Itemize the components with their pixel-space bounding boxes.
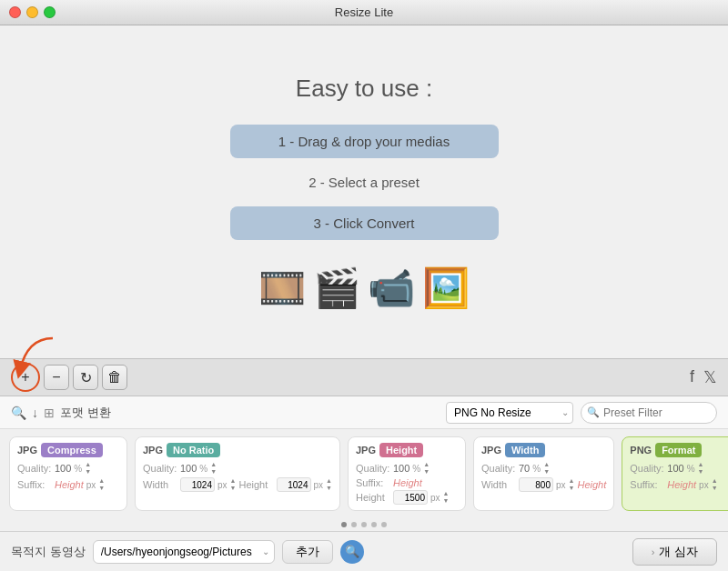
- step1-button[interactable]: 1 - Drag & drop your medias: [230, 125, 499, 158]
- quality-value: 100: [55, 463, 71, 474]
- dots-indicator: [0, 518, 728, 531]
- quality-unit: %: [74, 464, 82, 474]
- suffix-stepper[interactable]: ▲▼: [712, 477, 718, 492]
- height-unit: px: [314, 480, 324, 490]
- preset-card-jpg-noratio[interactable]: JPG No Ratio Quality: 100 % ▲▼ Width px …: [135, 436, 340, 511]
- type-badge: No Ratio: [167, 443, 220, 457]
- dot-4[interactable]: [371, 522, 377, 527]
- preset-dropdown-wrap: PNG No Resize JPG Compress JPG No Ratio …: [446, 402, 573, 424]
- maximize-button[interactable]: [44, 6, 56, 18]
- preset-search-wrap: 🔍: [581, 402, 717, 424]
- type-badge: Width: [505, 443, 545, 457]
- format-label: JPG: [481, 445, 501, 456]
- width-stepper[interactable]: ▲▼: [569, 477, 575, 492]
- quality-field: Quality: 70 % ▲▼: [481, 461, 606, 476]
- mov-icon: 🎬: [313, 265, 360, 310]
- dimension-field: Width px ▲▼ Height px ▲▼: [143, 477, 332, 492]
- quality-label: Quality:: [481, 463, 516, 474]
- preset-card-jpg-width[interactable]: JPG Width Quality: 70 % ▲▼ Width px ▲▼ H…: [473, 436, 614, 511]
- convert-button[interactable]: › 개 심자: [632, 538, 717, 566]
- quality-value: 100: [180, 463, 197, 474]
- convert-section: › 개 심자: [632, 538, 717, 566]
- preset-format-label: 포맷 변환: [60, 405, 111, 421]
- grid-icon: ⊞: [44, 406, 55, 420]
- close-button[interactable]: [9, 6, 21, 18]
- add-button[interactable]: +: [11, 363, 40, 392]
- download-icon: ↓: [32, 406, 38, 420]
- height-stepper[interactable]: ▲▼: [443, 490, 450, 505]
- refresh-button[interactable]: ↻: [73, 365, 98, 390]
- height-stepper[interactable]: ▲▼: [326, 477, 332, 492]
- main-content: Easy to use : 1 - Drag & drop your media…: [0, 25, 728, 571]
- quality-label: Quality:: [17, 463, 52, 474]
- trash-button[interactable]: 🗑: [102, 365, 127, 390]
- format-label: PNG: [630, 445, 652, 456]
- dot-1[interactable]: [341, 522, 347, 527]
- quality-field: Quality: 100 % ▲▼: [17, 461, 119, 476]
- add-destination-button[interactable]: 추가: [282, 540, 333, 564]
- quality-field: Quality: 100 % ▲▼: [143, 461, 332, 476]
- suffix-field: Suffix: Height: [356, 477, 458, 488]
- dest-search-button[interactable]: 🔍: [340, 540, 364, 564]
- step3-button[interactable]: 3 - Click Convert: [230, 206, 499, 240]
- width-field: Width px ▲▼ Height: [481, 477, 606, 492]
- destination-path-input[interactable]: [93, 540, 275, 564]
- dot-2[interactable]: [351, 522, 357, 527]
- suffix-value: Height: [55, 479, 84, 490]
- format-label: JPG: [356, 445, 376, 456]
- height-label: Height: [239, 479, 274, 490]
- quality-stepper[interactable]: ▲▼: [423, 461, 430, 476]
- width-stepper[interactable]: ▲▼: [230, 477, 237, 492]
- type-badge: Format: [655, 443, 702, 457]
- suffix-unit: px: [86, 480, 96, 490]
- twitter-icon[interactable]: 𝕏: [703, 367, 717, 387]
- preset-card-png-format[interactable]: PNG Format Quality: 100 % ▲▼ Suffix: Hei…: [622, 436, 728, 511]
- quality-stepper[interactable]: ▲▼: [698, 461, 704, 476]
- height-input[interactable]: [277, 477, 311, 492]
- width-input[interactable]: [180, 477, 215, 492]
- welcome-heading: Easy to use :: [296, 75, 432, 103]
- quality-stepper[interactable]: ▲▼: [210, 461, 217, 476]
- quality-value: 100: [667, 463, 683, 474]
- preset-bar-left: 🔍 ↓ ⊞ 포맷 변환: [11, 405, 111, 421]
- preset-card-jpg-compress[interactable]: JPG Compress Quality: 100 % ▲▼ Suffix: H…: [9, 436, 127, 511]
- preset-select[interactable]: PNG No Resize JPG Compress JPG No Ratio: [446, 402, 573, 424]
- format-label: JPG: [17, 445, 37, 456]
- suffix-unit: px: [699, 480, 709, 490]
- media-icons: 🎞️ 🎬 📹 🖼️: [258, 265, 470, 310]
- remove-button[interactable]: −: [44, 365, 69, 390]
- facebook-icon[interactable]: f: [690, 367, 694, 387]
- width-unit: px: [217, 480, 228, 490]
- preset-bar-right: PNG No Resize JPG Compress JPG No Ratio …: [446, 402, 717, 424]
- height-input[interactable]: [393, 490, 428, 505]
- suffix-stepper[interactable]: ▲▼: [98, 477, 105, 492]
- card-header: JPG Width: [481, 443, 606, 457]
- minimize-button[interactable]: [26, 6, 38, 18]
- app-title: Resize Lite: [335, 5, 393, 19]
- height-italic: Height: [578, 479, 607, 490]
- dot-5[interactable]: [381, 522, 387, 527]
- convert-label: 개 심자: [659, 544, 698, 560]
- suffix-field: Suffix: Height px ▲▼: [630, 477, 728, 492]
- presets-area: JPG Compress Quality: 100 % ▲▼ Suffix: H…: [0, 429, 728, 518]
- preset-card-jpg-height[interactable]: JPG Height Quality: 100 % ▲▼ Suffix: Hei…: [348, 436, 466, 511]
- quality-stepper[interactable]: ▲▼: [543, 461, 550, 476]
- width-input[interactable]: [519, 477, 553, 492]
- quality-stepper[interactable]: ▲▼: [85, 461, 91, 476]
- toolbar-wrapper: + − ↻ 🗑 f 𝕏: [0, 358, 728, 396]
- width-label: Width: [481, 479, 516, 490]
- preset-filter-input[interactable]: [581, 402, 717, 424]
- quality-unit: %: [532, 464, 541, 474]
- width-label: Width: [143, 479, 177, 490]
- dot-3[interactable]: [361, 522, 367, 527]
- quality-unit: %: [412, 464, 420, 474]
- quality-value: 70: [519, 463, 530, 474]
- titlebar: Resize Lite: [0, 0, 728, 25]
- toolbar: + − ↻ 🗑 f 𝕏: [0, 358, 728, 396]
- quality-field: Quality: 100 % ▲▼: [630, 461, 728, 476]
- suffix-label: Suffix:: [356, 477, 390, 488]
- suffix-label: Suffix:: [630, 479, 664, 490]
- type-badge: Height: [379, 443, 423, 457]
- width-unit: px: [556, 480, 566, 490]
- quality-unit: %: [687, 464, 695, 474]
